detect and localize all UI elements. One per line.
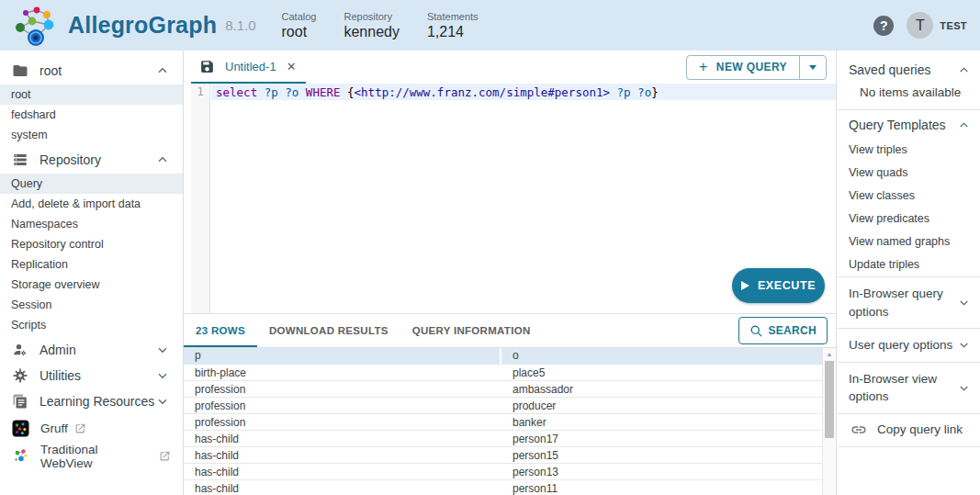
chevron-down-icon: [155, 394, 170, 409]
allegrograph-webview: AllegroGraph 8.1.0 Catalog root Reposito…: [0, 0, 980, 495]
cell-o[interactable]: person15: [501, 447, 822, 463]
external-link-icon: [159, 450, 171, 462]
cell-p[interactable]: has-child: [184, 447, 501, 463]
template-view-classes[interactable]: View classes: [838, 185, 980, 208]
cell-o[interactable]: person13: [501, 464, 822, 479]
divider: [838, 446, 980, 447]
table-scrollbar[interactable]: ▲: [822, 348, 836, 495]
in-browser-view-options-label: In-Browser view options: [849, 370, 953, 406]
tab-query-information[interactable]: QUERY INFORMATION: [400, 314, 543, 347]
cell-o[interactable]: producer: [501, 398, 822, 413]
cell-p[interactable]: has-child: [184, 480, 501, 495]
save-icon[interactable]: [199, 59, 215, 74]
query-editor[interactable]: 1 select ?p ?o WHERE {<http://www.franz.…: [184, 84, 836, 313]
sidebar-link-gruff[interactable]: Gruff: [0, 417, 183, 440]
cell-o[interactable]: ambassador: [501, 381, 822, 397]
cell-p[interactable]: profession: [184, 414, 501, 430]
saved-queries-label: Saved queries: [849, 62, 931, 77]
sidebar-item-catalog-root[interactable]: root: [0, 84, 183, 105]
query-templates-header[interactable]: Query Templates: [838, 110, 980, 139]
utilities-section-label: Utilities: [39, 368, 81, 383]
tab-rows[interactable]: 23 ROWS: [184, 314, 257, 347]
new-query-dropdown-button[interactable]: [799, 56, 826, 79]
in-browser-query-options-header[interactable]: In-Browser query options: [838, 277, 980, 328]
cell-o[interactable]: place5: [501, 365, 822, 380]
admin-section-header[interactable]: Admin: [0, 338, 183, 361]
template-view-predicates[interactable]: View predicates: [838, 208, 980, 231]
template-view-quads[interactable]: View quads: [838, 162, 980, 185]
admin-person-icon: [12, 342, 28, 358]
learning-resources-section-header[interactable]: Learning Resources: [0, 389, 183, 412]
sidebar-item-query[interactable]: Query: [0, 174, 183, 194]
cell-o[interactable]: banker: [501, 414, 822, 430]
chevron-down-icon: [809, 65, 817, 70]
cell-o[interactable]: person17: [501, 431, 822, 446]
user-avatar[interactable]: T: [907, 12, 933, 39]
cell-o[interactable]: person11: [501, 480, 822, 495]
template-view-triples[interactable]: View triples: [838, 139, 980, 162]
table-row: has-child person17: [184, 431, 822, 447]
repository-section-header[interactable]: Repository: [0, 148, 183, 171]
traditional-webview-label: Traditional WebView: [40, 443, 152, 470]
execute-button[interactable]: EXECUTE: [732, 268, 825, 303]
sidebar-item-add-delete-import[interactable]: Add, delete & import data: [0, 194, 183, 214]
query-panel: Untitled-1 ✕ + NEW QUERY 1 select ?p ?o …: [184, 51, 837, 495]
template-view-named-graphs[interactable]: View named graphs: [838, 231, 980, 253]
catalog-section-label: root: [39, 63, 62, 78]
scrollbar-thumb[interactable]: [825, 361, 834, 438]
folder-icon: [12, 62, 28, 79]
utilities-section-header[interactable]: Utilities: [0, 364, 183, 387]
plus-icon: +: [699, 59, 708, 75]
sidebar-item-storage-overview[interactable]: Storage overview: [0, 275, 183, 295]
allegrograph-logo-icon: [12, 5, 60, 47]
table-row: profession ambassador: [184, 381, 822, 398]
search-button[interactable]: SEARCH: [738, 317, 828, 344]
admin-section-label: Admin: [39, 343, 76, 357]
gruff-icon: [12, 420, 29, 437]
cell-p[interactable]: birth-place: [184, 365, 501, 380]
user-query-options-header[interactable]: User query options: [838, 329, 980, 362]
column-header-p[interactable]: p: [184, 348, 500, 365]
in-browser-view-options-header[interactable]: In-Browser view options: [838, 363, 980, 413]
sidebar-link-traditional-webview[interactable]: Traditional WebView: [0, 444, 183, 467]
sidebar-item-scripts[interactable]: Scripts: [0, 315, 183, 335]
saved-queries-header[interactable]: Saved queries: [838, 55, 980, 84]
statements-stat: Statements 1,214: [427, 11, 479, 40]
right-sidebar: Saved queries No items available Query T…: [838, 51, 980, 495]
sidebar-item-catalog-system[interactable]: system: [0, 125, 183, 145]
saved-queries-empty-text: No items available: [838, 84, 980, 109]
sidebar-item-namespaces[interactable]: Namespaces: [0, 214, 183, 234]
cell-p[interactable]: has-child: [184, 464, 501, 479]
table-row: birth-place place5: [184, 365, 822, 381]
close-tab-icon[interactable]: ✕: [287, 60, 297, 73]
table-row: has-child person11: [184, 480, 822, 495]
new-query-button[interactable]: + NEW QUERY: [687, 56, 799, 79]
copy-query-link-button[interactable]: Copy query link: [838, 414, 980, 446]
top-bar-right: ? T TEST: [873, 12, 967, 39]
chevron-down-icon: [957, 381, 971, 395]
user-query-options-label: User query options: [849, 336, 953, 354]
sparql-variables: ?p ?o: [617, 85, 652, 99]
table-row: has-child person15: [184, 447, 822, 464]
sidebar-item-session[interactable]: Session: [0, 295, 183, 315]
tab-untitled-1[interactable]: Untitled-1 ✕: [191, 51, 306, 84]
tab-label: Untitled-1: [225, 60, 276, 73]
top-bar: AllegroGraph 8.1.0 Catalog root Reposito…: [0, 0, 980, 51]
cell-p[interactable]: profession: [184, 398, 501, 413]
chevron-up-icon: [155, 152, 170, 167]
tab-download-results[interactable]: DOWNLOAD RESULTS: [257, 314, 400, 347]
repo-stats: Catalog root Repository kennedy Statemen…: [282, 11, 506, 40]
query-code-line[interactable]: select ?p ?o WHERE {<http://www.franz.co…: [211, 84, 836, 100]
sidebar-item-repository-control[interactable]: Repository control: [0, 234, 183, 254]
help-icon[interactable]: ?: [873, 16, 894, 36]
sidebar-item-replication[interactable]: Replication: [0, 254, 183, 275]
sidebar-item-catalog-fedshard[interactable]: fedshard: [0, 105, 183, 125]
external-link-icon: [74, 422, 86, 434]
cell-p[interactable]: has-child: [184, 431, 501, 446]
cell-p[interactable]: profession: [184, 381, 501, 397]
catalog-section-header[interactable]: root: [0, 59, 183, 82]
results-table: p o birth-place place5 profession ambass…: [184, 347, 836, 495]
scrollbar-up-icon[interactable]: ▲: [823, 348, 836, 360]
template-update-triples[interactable]: Update triples: [838, 253, 980, 276]
column-header-o[interactable]: o: [501, 348, 822, 365]
